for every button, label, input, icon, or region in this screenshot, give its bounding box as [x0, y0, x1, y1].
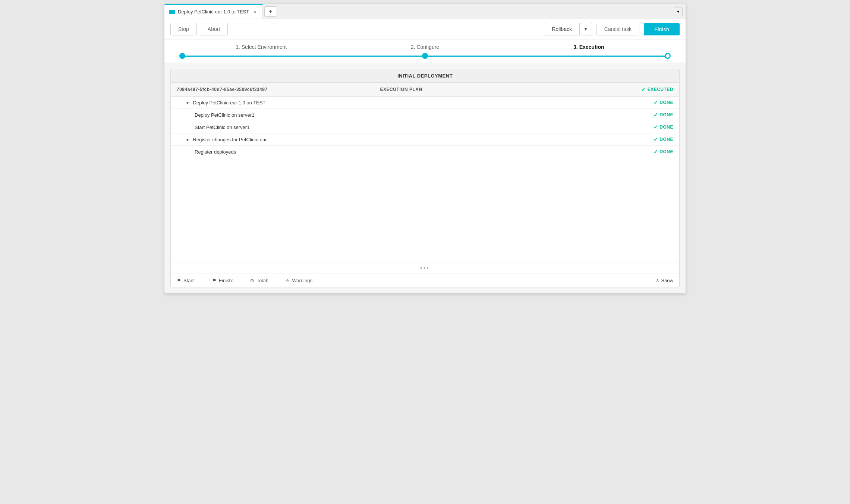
tab-bar: Deploy PetClinic-ear 1.0 to TEST × + ▾	[164, 4, 686, 19]
steps-labels: 1. Select Environment 2. Configure 3. Ex…	[179, 44, 671, 50]
footer-start: ⚑ Start:	[177, 278, 197, 283]
tab-dropdown-button[interactable]: ▾	[674, 7, 683, 16]
check-icon-1: ✓	[654, 100, 658, 105]
step-line-2	[428, 56, 665, 57]
deployment-card: INITIAL DEPLOYMENT 7094a497-5fcb-40d7-85…	[170, 69, 680, 287]
col-plan-header: EXECUTION PLAN	[374, 83, 527, 97]
rollback-group: Rollback ▼	[544, 23, 592, 35]
row-label-4: ▼ Register changes for PetClinic-ear	[171, 133, 374, 146]
abort-button[interactable]: Abort	[200, 23, 228, 35]
deployment-section-title: INITIAL DEPLOYMENT	[171, 69, 679, 83]
cancel-task-button[interactable]: Cancel task	[596, 23, 639, 35]
step-1-dot	[179, 53, 185, 59]
step-2-label: 2. Configure	[343, 44, 507, 50]
finish-label: Finish:	[219, 278, 233, 283]
execution-table: 7094a497-5fcb-40d7-85ae-3509c6f33497 EXE…	[171, 83, 679, 262]
expand-arrow-4[interactable]: ▼	[186, 138, 189, 142]
steps-container: 1. Select Environment 2. Configure 3. Ex…	[164, 40, 686, 63]
empty-row	[171, 158, 679, 262]
main-content: INITIAL DEPLOYMENT 7094a497-5fcb-40d7-85…	[164, 63, 686, 293]
tab-bar-right: ▾	[674, 7, 686, 16]
row-label-5: Register deployeds	[171, 146, 374, 158]
steps-row: 1. Select Environment 2. Configure 3. Ex…	[179, 44, 671, 63]
start-label: Start:	[183, 278, 195, 283]
clock-icon: ⊙	[250, 278, 254, 283]
table-row: Register deployeds ✓ DONE	[171, 146, 679, 158]
status-done-3: ✓ DONE	[551, 124, 673, 130]
footer-total: ⊙ Total:	[250, 278, 270, 283]
row-label-1: ▼ Deploy PetClinic-ear 1.0 on TEST	[171, 97, 374, 109]
deploy-icon	[169, 10, 175, 14]
main-row-id: 7094a497-5fcb-40d7-85ae-3509c6f33497	[177, 87, 268, 92]
finish-button[interactable]: Finish	[644, 23, 680, 35]
show-button[interactable]: ∧ Show	[656, 278, 673, 283]
check-icon-5: ✓	[654, 149, 658, 155]
total-label: Total:	[256, 278, 268, 283]
expand-arrow-1[interactable]: ▼	[186, 101, 189, 105]
row-label-2: Deploy PetClinic on server1	[171, 109, 374, 121]
check-icon-main: ✓	[641, 86, 646, 92]
resize-handle[interactable]: •••	[171, 262, 679, 274]
footer-finish: ⚑ Finish:	[212, 278, 235, 283]
chevron-up-icon: ∧	[656, 278, 659, 283]
status-done-2: ✓ DONE	[551, 112, 673, 118]
col-id-header: 7094a497-5fcb-40d7-85ae-3509c6f33497	[171, 83, 374, 97]
table-row: ▼ Deploy PetClinic-ear 1.0 on TEST ✓ DON…	[171, 97, 679, 109]
rollback-button[interactable]: Rollback	[544, 23, 580, 35]
show-label: Show	[661, 278, 673, 283]
step-2-dot	[422, 53, 428, 59]
add-tab-button[interactable]: +	[264, 6, 276, 17]
check-icon-3: ✓	[654, 124, 658, 130]
warnings-label: Warnings:	[292, 278, 314, 283]
rollback-dropdown-button[interactable]: ▼	[580, 23, 592, 35]
step-3-dot	[665, 53, 671, 59]
steps-track	[179, 53, 671, 59]
dots-icon: •••	[420, 265, 430, 271]
status-done-1: ✓ DONE	[542, 100, 673, 105]
table-header-row: 7094a497-5fcb-40d7-85ae-3509c6f33497 EXE…	[171, 83, 679, 97]
flag-start-icon: ⚑	[177, 278, 181, 283]
table-row: Deploy PetClinic on server1 ✓ DONE	[171, 109, 679, 121]
tab-label: Deploy PetClinic-ear 1.0 to TEST	[178, 9, 249, 15]
check-icon-4: ✓	[654, 136, 658, 142]
tab-close-button[interactable]: ×	[252, 9, 258, 15]
table-row: ▼ Register changes for PetClinic-ear ✓ D…	[171, 133, 679, 146]
main-window: Deploy PetClinic-ear 1.0 to TEST × + ▾ S…	[164, 4, 686, 294]
step-1-label: 1. Select Environment	[179, 44, 343, 50]
check-icon-2: ✓	[654, 112, 658, 118]
status-done-5: ✓ DONE	[551, 149, 673, 155]
warning-icon: ⚠	[285, 278, 290, 283]
row-label-3: Start PetClinic on server1	[171, 121, 374, 133]
col-status-header: ✓ EXECUTED	[527, 83, 679, 97]
flag-finish-icon: ⚑	[212, 278, 217, 283]
step-3-label: 3. Execution	[507, 44, 671, 50]
table-row: Start PetClinic on server1 ✓ DONE	[171, 121, 679, 133]
footer-warnings: ⚠ Warnings:	[285, 278, 316, 283]
main-status: ✓ EXECUTED	[533, 86, 673, 92]
status-done-4: ✓ DONE	[542, 136, 673, 142]
footer: ⚑ Start: ⚑ Finish: ⊙ Total: ⚠ Warnings:	[171, 274, 679, 287]
active-tab[interactable]: Deploy PetClinic-ear 1.0 to TEST ×	[164, 4, 263, 19]
stop-button[interactable]: Stop	[170, 23, 197, 35]
step-line-1	[185, 56, 422, 57]
toolbar: Stop Abort Rollback ▼ Cancel task Finish	[164, 19, 686, 40]
